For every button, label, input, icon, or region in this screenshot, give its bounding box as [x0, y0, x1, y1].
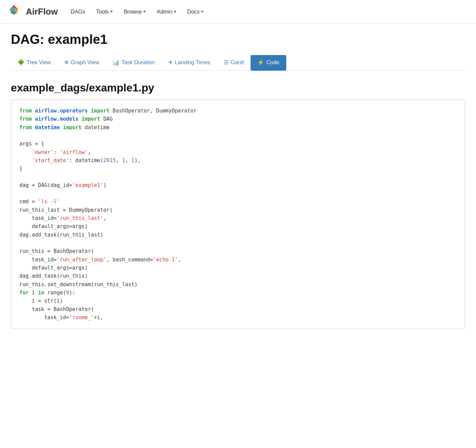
tab-code[interactable]: ⚡ Code	[251, 55, 286, 71]
graph-view-icon: ❄	[64, 59, 69, 66]
tree-view-icon: 🌳	[18, 59, 24, 66]
file-heading: example_dags/example1.py	[11, 82, 465, 94]
admin-caret-icon	[174, 11, 176, 13]
dag-title: DAG: example1	[11, 32, 465, 47]
nav-docs-link[interactable]: Docs	[183, 6, 208, 18]
nav-tools-link[interactable]: Tools	[91, 6, 118, 18]
tab-graph-view-label: Graph View	[71, 59, 99, 66]
landing-times-icon: ✈	[168, 59, 173, 66]
code-block: from airflow.operators import BashOperat…	[11, 100, 465, 329]
nav-item-dags[interactable]: DAGs	[66, 6, 90, 18]
tab-graph-view[interactable]: ❄ Graph View	[57, 55, 106, 71]
tab-tree-view-label: Tree View	[27, 59, 51, 66]
nav-item-browse[interactable]: Browse	[119, 6, 151, 18]
docs-caret-icon	[201, 11, 204, 13]
nav-dags-link[interactable]: DAGs	[66, 6, 90, 18]
gantt-icon: ☰	[224, 59, 228, 66]
nav-browse-link[interactable]: Browse	[119, 6, 151, 18]
tab-code-label: Code	[266, 59, 279, 66]
tab-gantt[interactable]: ☰ Gantt	[217, 55, 251, 71]
navbar: AirFlow DAGs Tools Browse Admin	[0, 0, 476, 24]
svg-marker-1	[10, 5, 14, 9]
nav-admin-label: Admin	[157, 9, 172, 15]
nav-dags-label: DAGs	[71, 9, 85, 15]
tab-gantt-label: Gantt	[231, 59, 244, 66]
nav-docs-label: Docs	[187, 9, 200, 15]
code-content: from airflow.operators import BashOperat…	[19, 107, 457, 322]
browse-caret-icon	[143, 11, 146, 13]
airflow-logo-icon	[5, 3, 22, 20]
page-content: DAG: example1 🌳 Tree View ❄ Graph View 📊…	[0, 24, 476, 337]
tab-landing-times[interactable]: ✈ Landing Times	[162, 55, 217, 71]
nav-browse-label: Browse	[124, 9, 142, 15]
nav-item-tools[interactable]: Tools	[91, 6, 118, 18]
nav-item-admin[interactable]: Admin	[152, 6, 181, 18]
brand-name: AirFlow	[26, 7, 58, 17]
task-duration-icon: 📊	[113, 59, 119, 66]
nav-tools-label: Tools	[96, 9, 109, 15]
tab-task-duration-label: Task Duration	[121, 59, 155, 66]
code-icon: ⚡	[257, 59, 264, 66]
tools-caret-icon	[110, 11, 113, 13]
tab-landing-times-label: Landing Times	[175, 59, 210, 66]
tab-tree-view[interactable]: 🌳 Tree View	[11, 55, 57, 71]
tab-bar: 🌳 Tree View ❄ Graph View 📊 Task Duration…	[11, 55, 465, 71]
nav-menu: DAGs Tools Browse Admin Docs	[66, 6, 208, 18]
svg-marker-0	[14, 5, 18, 9]
brand-link[interactable]: AirFlow	[5, 3, 58, 20]
nav-item-docs[interactable]: Docs	[183, 6, 208, 18]
nav-admin-link[interactable]: Admin	[152, 6, 181, 18]
tab-task-duration[interactable]: 📊 Task Duration	[106, 55, 162, 71]
